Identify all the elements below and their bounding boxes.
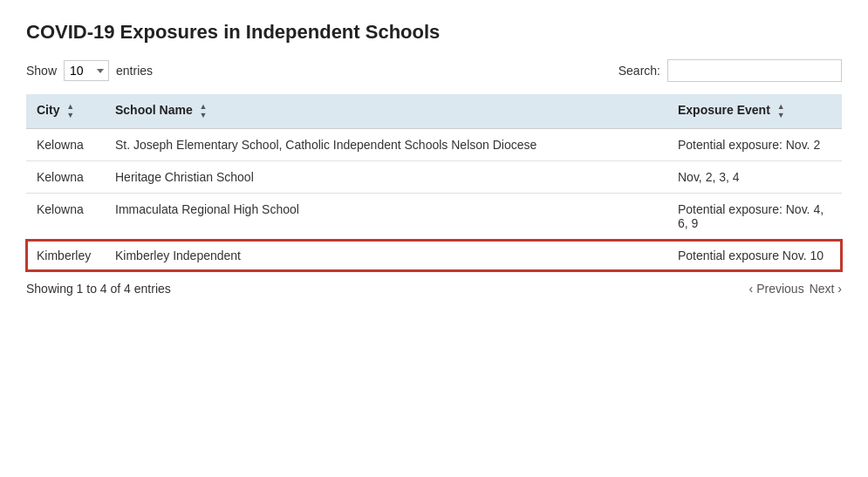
exposure-sort-icon[interactable]: ▲▼ [777,103,785,119]
entries-label: entries [116,64,153,78]
table-row: KelownaSt. Joseph Elementary School, Cat… [26,129,842,161]
pagination: Previous Next [749,282,842,296]
show-label: Show [26,64,57,78]
header-row: City ▲▼ School Name ▲▼ Exposure Event ▲▼ [26,94,842,129]
cell-city: Kelowna [26,129,105,161]
page-title: COVID-19 Exposures in Independent School… [26,21,842,44]
cell-school-name: Heritage Christian School [105,161,667,194]
col-city[interactable]: City ▲▼ [26,94,105,129]
cell-exposure-event: Potential exposure: Nov. 4, 6, 9 [667,194,842,240]
search-input[interactable] [667,59,842,82]
next-button[interactable]: Next [810,282,842,296]
col-city-label: City [37,103,59,117]
cell-school-name: Immaculata Regional High School [105,194,667,240]
cell-exposure-event: Potential exposure: Nov. 2 [667,129,842,161]
entries-select[interactable]: 102550100 [64,60,109,81]
table-row: KimberleyKimberley IndependentPotential … [26,240,842,272]
cell-school-name: St. Joseph Elementary School, Catholic I… [105,129,667,161]
cell-school-name: Kimberley Independent [105,240,667,272]
controls-row: Show 102550100 entries Search: [26,59,842,82]
table-footer: Showing 1 to 4 of 4 entries Previous Nex… [26,282,842,296]
col-school-name-label: School Name [115,103,193,117]
controls-right: Search: [619,59,842,82]
cell-city: Kelowna [26,161,105,194]
controls-left: Show 102550100 entries [26,60,153,81]
cell-exposure-event: Nov, 2, 3, 4 [667,161,842,194]
table-body: KelownaSt. Joseph Elementary School, Cat… [26,129,842,272]
search-label: Search: [619,64,660,78]
city-sort-icon[interactable]: ▲▼ [66,103,74,119]
col-exposure-event[interactable]: Exposure Event ▲▼ [667,94,842,129]
cell-city: Kimberley [26,240,105,272]
showing-text: Showing 1 to 4 of 4 entries [26,282,171,296]
table-row: KelownaImmaculata Regional High SchoolPo… [26,194,842,240]
cell-city: Kelowna [26,194,105,240]
table-row: KelownaHeritage Christian SchoolNov, 2, … [26,161,842,194]
previous-button[interactable]: Previous [749,282,804,296]
col-exposure-label: Exposure Event [678,103,770,117]
data-table: City ▲▼ School Name ▲▼ Exposure Event ▲▼… [26,94,842,271]
school-sort-icon[interactable]: ▲▼ [200,103,208,119]
cell-exposure-event: Potential exposure Nov. 10 [667,240,842,272]
col-school-name[interactable]: School Name ▲▼ [105,94,667,129]
table-header: City ▲▼ School Name ▲▼ Exposure Event ▲▼ [26,94,842,129]
